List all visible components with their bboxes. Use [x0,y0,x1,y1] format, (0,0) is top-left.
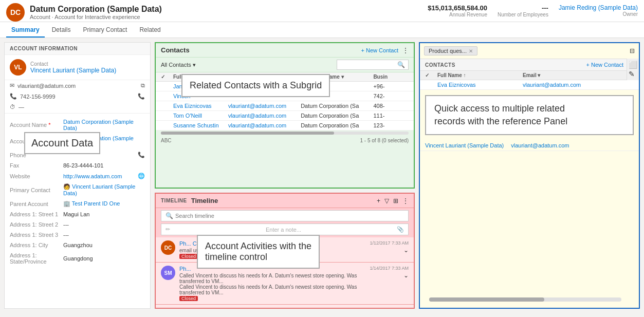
company-avatar: DC [6,3,25,22]
field-value-fax[interactable]: 86-23-4444-101 [63,162,145,169]
reference-panel-annotation: Quick access to multiple relatedrecords … [425,95,634,135]
company-subtitle: Account · Account for Interactive experi… [30,14,162,20]
ref-col-fullname[interactable]: Full Name ↑ [437,72,521,78]
field-value-street2: --- [63,221,145,228]
contacts-panel: Contacts + New Contact ⋮ All Contacts ▾ … [155,42,415,189]
ref-tab-label: Product ques... [429,48,467,54]
ref-contacts-header: CONTACTS + New Contact ⋮ [420,59,639,71]
ref-new-contact-button[interactable]: + New Contact [586,62,623,68]
contacts-filter-dropdown[interactable]: All Contacts ▾ [161,62,196,68]
tl-avatar-sm: SM [161,266,175,280]
contact-name[interactable]: Vincent Lauriant (Sample Data) [30,67,116,74]
phone-action-icon[interactable]: 📞 [138,93,145,100]
field-value-primary-contact[interactable]: 🧑 Vincent Lauriant (Sample Data) [63,183,145,196]
account-data-annotation: Account Data [24,132,100,154]
attachment-icon[interactable]: 📎 [397,226,404,233]
ref-tab-close-icon[interactable]: ✕ [469,48,473,54]
globe-icon[interactable]: 🌐 [138,173,145,179]
contact-email[interactable]: vlauriant@adatum.com [17,83,76,89]
ref-scrollbar-thumb [429,297,544,302]
col-check: ✓ [161,74,171,80]
ref-col-email[interactable]: Email ▾ [523,72,634,78]
owner-value[interactable]: Jamie Reding (Sample Data) [559,4,638,11]
employees-value: --- [542,4,548,12]
contacts-search-input[interactable] [340,62,395,68]
timeline-search-input[interactable] [175,213,404,219]
row-name[interactable]: Susanne Schustin [173,122,226,128]
timeline-annotation: Account Activities with thetimeline cont… [197,235,320,269]
field-label-parent-account: Parent Account [10,201,61,207]
row-email[interactable]: vlauriant@adatum.com [228,103,299,109]
field-label-fax: Fax [10,162,61,169]
table-row[interactable]: Tom O'Neill vlauriant@adatum.com Datum C… [156,111,414,121]
row-bus: 111- [373,113,409,119]
ref-panel-header: Product ques... ✕ ⊟ [420,43,639,59]
tab-details[interactable]: Details [47,22,76,38]
ref-tab[interactable]: Product ques... ✕ [424,46,477,55]
ref-side-icon-1[interactable]: ⬜ [629,61,637,69]
ref-contact-email[interactable]: vlauriant@adatum.com [511,142,634,148]
tl-date-1: 1/12/2017 7:33 AM [370,240,409,246]
contact-phone[interactable]: 742-156-9999 [20,94,56,100]
row-bus: 123- [373,122,409,128]
field-label-website: Website [10,173,61,179]
ref-row-name[interactable]: Eva Eiznicovas [437,82,521,88]
row-company: Datum Corporation (Sa [301,103,371,109]
ref-grid-view-icon[interactable]: ⊟ [630,47,635,54]
owner-label: Owner [623,11,638,17]
ref-contacts-title: CONTACTS [425,62,455,68]
field-label-primary-contact: Primary Contact [10,187,61,193]
col-business[interactable]: Busin [373,74,409,80]
timeline-filter-icon[interactable]: ▽ [384,197,389,204]
row-name[interactable]: Tom O'Neill [173,113,226,119]
tl-expand-icon-1[interactable]: ⌄ [403,247,409,254]
table-row[interactable]: Susanne Schustin vlauriant@adatum.com Da… [156,121,414,130]
contact-avatar: VL [10,59,26,76]
ref-grid-row[interactable]: Eva Eiznicovas vlauriant@adatum.com [420,80,639,90]
field-value-city[interactable]: Guangzhou [63,242,145,248]
ref-row-email[interactable]: vlauriant@adatum.com [523,82,634,88]
revenue-label: Annual Revenue [449,12,487,17]
field-value-parent-account[interactable]: 🏢 Test Parent ID One [63,200,145,207]
timeline-add-icon[interactable]: + [377,197,380,204]
ref-side-icon-2[interactable]: ✎ [629,70,637,78]
row-name[interactable]: Eva Eiznicovas [173,103,226,109]
center-column: Contacts + New Contact ⋮ All Contacts ▾ … [155,42,415,309]
contacts-more-icon[interactable]: ⋮ [402,47,409,54]
ref-contact-row[interactable]: Vincent Lauriant (Sample Data) vlauriant… [420,140,639,151]
row-bus: +96- [373,83,409,89]
revenue-value: $15,013,658,584.00 [428,4,487,12]
table-row[interactable]: Eva Eiznicovas vlauriant@adatum.com Datu… [156,101,414,111]
field-value-state[interactable]: Guangdong [63,255,145,262]
note-placeholder[interactable]: Enter a note... [266,227,301,233]
row-email[interactable]: vlauriant@adatum.com [228,113,299,119]
tl-badge-2: Closed [179,296,198,301]
ref-contact-name[interactable]: Vincent Lauriant (Sample Data) [425,142,507,148]
phone-field-icon[interactable]: 📞 [138,152,145,158]
ref-scrollbar[interactable] [429,297,621,302]
tl-title-3[interactable]: Task modified by Carlos Grilo (Sample Da… [179,308,409,309]
company-title: Datum Corporation (Sample Data) [30,5,162,14]
contacts-scrollbar[interactable] [161,132,409,135]
field-label-street1: Address 1: Street 1 [10,211,61,217]
phone-icon: 📞 [10,93,17,100]
row-bus: 408- [373,103,409,109]
tab-related[interactable]: Related [134,22,165,38]
timer-icon: ⏱ [10,104,15,110]
ref-col-check: ✓ [425,72,435,78]
ref-grid-header: ✓ Full Name ↑ Email ▾ [420,71,639,80]
field-value-account-name-1[interactable]: Datum Corporation (Sample Data) [63,119,145,131]
timeline-more-icon[interactable]: ⋮ [402,197,409,204]
copy-icon[interactable]: ⧉ [141,82,145,89]
field-value-website[interactable]: http://www.adatum.com [63,173,136,179]
field-value-street1[interactable]: Magui Lan [63,211,145,217]
tab-summary[interactable]: Summary [6,22,45,38]
row-email[interactable]: vlauriant@adatum.com [228,122,299,128]
tab-primary-contact[interactable]: Primary Contact [78,22,132,38]
timeline-grid-icon[interactable]: ⊞ [393,197,398,204]
contacts-annotation: Related Contacts with a Subgrid [181,74,330,97]
tl-expand-icon-2[interactable]: ⌄ [403,272,409,279]
filter-label: All Contacts [161,62,191,68]
new-contact-button[interactable]: + New Contact [361,47,398,53]
tl-avatar-dc1: DC [161,240,175,255]
